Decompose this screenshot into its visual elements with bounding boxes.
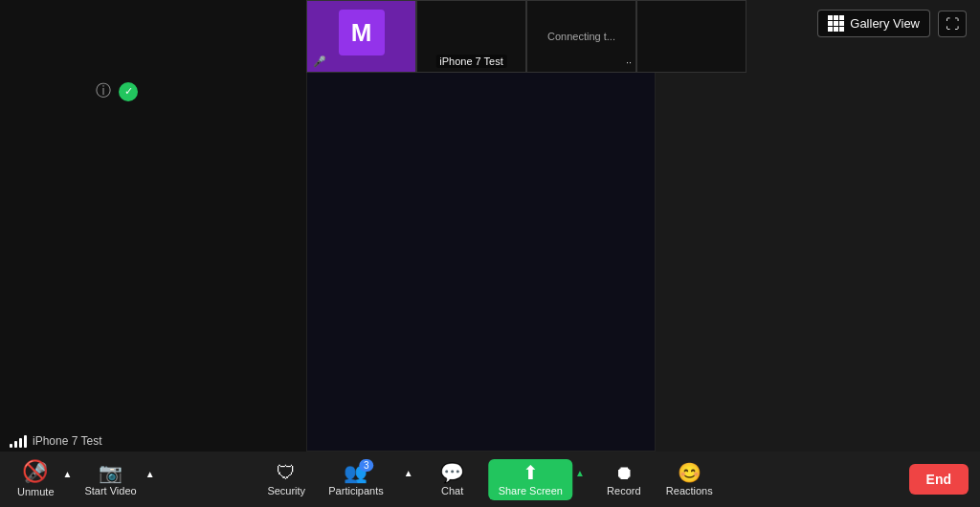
- toolbar-center-group: 🛡 Security 👥 3 Participants ▲ 💬 Chat ⬆ S…: [261, 459, 718, 500]
- connecting-more-button[interactable]: ··: [626, 56, 632, 68]
- thumb-label-iphone: iPhone 7 Test: [435, 55, 506, 68]
- participants-button[interactable]: 👥 3 Participants: [323, 459, 389, 500]
- bar-4: [24, 435, 27, 448]
- participants-caret-button[interactable]: ▲: [401, 464, 416, 496]
- end-label: End: [926, 472, 951, 487]
- info-area: ⓘ ✓: [96, 81, 138, 101]
- mic-icon-thumb: 🎤: [313, 55, 326, 68]
- gallery-view-label: Gallery View: [850, 16, 920, 31]
- participants-label: Participants: [328, 485, 383, 496]
- reactions-label: Reactions: [666, 485, 713, 496]
- chat-label: Chat: [441, 485, 463, 496]
- gallery-view-button[interactable]: Gallery View: [817, 10, 930, 37]
- chat-button[interactable]: 💬 Chat: [428, 459, 478, 500]
- bottom-left-device-info: iPhone 7 Test: [10, 434, 102, 448]
- bar-3: [19, 438, 22, 448]
- bottom-toolbar: 🎤 🚫 Unmute ▲ 📷 Start Video ▲ 🛡 Sec: [0, 452, 980, 507]
- share-screen-icon: ⬆: [523, 463, 539, 482]
- toolbar-left-group: 🎤 🚫 Unmute ▲ 📷 Start Video ▲: [11, 458, 158, 501]
- unmute-label: Unmute: [17, 486, 55, 497]
- device-name-label: iPhone 7 Test: [33, 434, 102, 448]
- video-camera-icon: 📷: [99, 463, 122, 482]
- fullscreen-icon: ⛶: [946, 16, 959, 32]
- reactions-button[interactable]: 😊 Reactions: [660, 459, 719, 500]
- avatar-m: M: [339, 10, 385, 55]
- record-label: Record: [607, 485, 640, 496]
- participants-badge: 3: [359, 459, 374, 472]
- thumbnail-m[interactable]: M 🎤: [306, 0, 416, 73]
- mic-muted-icon: 🎤 🚫: [25, 462, 46, 483]
- share-screen-caret-button[interactable]: ▲: [572, 464, 588, 496]
- caret-up-icon: ▲: [63, 469, 73, 479]
- security-label: Security: [267, 485, 305, 496]
- start-video-group: 📷 Start Video ▲: [78, 459, 157, 500]
- share-screen-label: Share Screen: [499, 485, 563, 496]
- top-bar: Gallery View ⛶: [804, 0, 980, 47]
- end-button[interactable]: End: [909, 464, 969, 495]
- start-video-button[interactable]: 📷 Start Video: [78, 459, 142, 500]
- connecting-label: Connecting t...: [547, 31, 615, 42]
- security-shield-icon: 🛡: [277, 463, 296, 482]
- record-button[interactable]: ⏺ Record: [599, 459, 649, 500]
- unmute-caret-button[interactable]: ▲: [60, 465, 76, 495]
- thumbnail-blank: [636, 0, 746, 73]
- share-screen-button[interactable]: ⬆ Share Screen: [489, 459, 572, 500]
- bar-1: [10, 444, 12, 448]
- caret-up-icon-participants: ▲: [404, 468, 413, 478]
- toolbar-right-group: End: [909, 464, 969, 495]
- participants-icon-wrap: 👥 3: [344, 463, 368, 482]
- start-video-label: Start Video: [84, 485, 136, 496]
- start-video-caret-button[interactable]: ▲: [143, 465, 158, 495]
- security-button[interactable]: 🛡 Security: [261, 459, 311, 500]
- share-screen-group: ⬆ Share Screen ▲: [489, 459, 588, 500]
- thumbnail-iphone[interactable]: iPhone 7 Test: [416, 0, 526, 73]
- fullscreen-button[interactable]: ⛶: [938, 11, 967, 37]
- bar-2: [14, 441, 17, 448]
- info-icon[interactable]: ⓘ: [96, 81, 111, 101]
- mic-slash-icon: 🚫: [24, 461, 45, 482]
- chat-icon: 💬: [440, 463, 464, 482]
- record-icon: ⏺: [614, 463, 634, 482]
- unmute-button[interactable]: 🎤 🚫 Unmute: [11, 458, 60, 501]
- left-panel: [0, 0, 306, 452]
- gallery-grid-icon: [828, 15, 844, 32]
- shield-check-icon[interactable]: ✓: [119, 82, 138, 101]
- caret-up-icon-share: ▲: [575, 468, 585, 478]
- thumbnail-connecting[interactable]: Connecting t... ··: [526, 0, 636, 73]
- thumbnails-row: M 🎤 iPhone 7 Test Connecting t... ··: [306, 0, 746, 73]
- unmute-group: 🎤 🚫 Unmute ▲: [11, 458, 75, 501]
- caret-up-icon-video: ▲: [145, 469, 155, 479]
- reactions-icon: 😊: [678, 463, 702, 482]
- signal-bars-icon: [10, 434, 27, 448]
